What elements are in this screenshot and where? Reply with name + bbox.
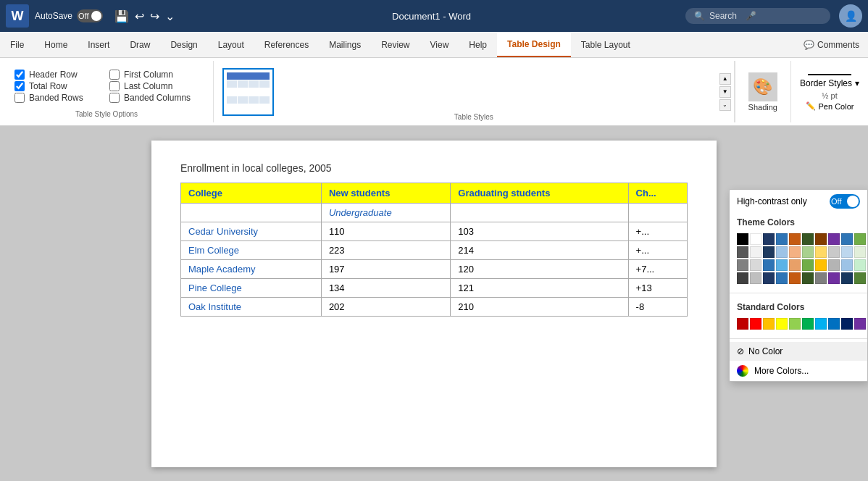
theme-color-swatch[interactable]	[815, 259, 827, 271]
theme-color-swatch[interactable]	[789, 272, 801, 284]
header-row-checkbox[interactable]	[14, 70, 25, 80]
document-page: Enrollment in local colleges, 2005 Colle…	[151, 141, 717, 467]
table-styles-gallery[interactable]: ▲ ▼ ⌄ Table Styles	[214, 61, 735, 122]
theme-color-swatch[interactable]	[763, 246, 775, 258]
theme-color-swatch[interactable]	[763, 259, 775, 271]
standard-color-swatch[interactable]	[841, 318, 853, 330]
shading-icon: 🎨	[748, 72, 777, 101]
tab-draw[interactable]: Draw	[120, 32, 160, 57]
border-styles-button[interactable]: Border Styles ▾	[797, 77, 862, 90]
tab-mailings[interactable]: Mailings	[319, 32, 371, 57]
tab-view[interactable]: View	[420, 32, 459, 57]
total-row-checkbox[interactable]	[14, 81, 25, 91]
theme-color-swatch[interactable]	[802, 259, 814, 271]
theme-color-swatch[interactable]	[789, 259, 801, 271]
theme-color-swatch[interactable]	[763, 233, 775, 245]
undo-icon[interactable]: ↩	[135, 9, 144, 23]
gallery-up-arrow[interactable]: ▲	[719, 73, 731, 85]
high-contrast-toggle[interactable]: Off	[830, 194, 860, 209]
first-column-label: First Column	[124, 70, 173, 80]
theme-color-swatch[interactable]	[815, 272, 827, 284]
gallery-down-arrow[interactable]: ▼	[719, 86, 731, 98]
standard-color-swatch[interactable]	[789, 318, 801, 330]
no-color-button[interactable]: ⊘ No Color	[730, 342, 867, 361]
theme-color-swatch[interactable]	[841, 233, 853, 245]
theme-color-swatch[interactable]	[828, 272, 840, 284]
more-icon[interactable]: ⌄	[165, 9, 175, 23]
first-column-checkbox[interactable]	[109, 70, 120, 80]
standard-color-swatch[interactable]	[776, 318, 788, 330]
theme-color-swatch[interactable]	[854, 233, 866, 245]
theme-color-swatch[interactable]	[828, 259, 840, 271]
border-styles-arrow: ▾	[855, 78, 859, 88]
tab-file[interactable]: File	[0, 32, 34, 57]
theme-color-swatch[interactable]	[802, 246, 814, 258]
table-cell: 120	[451, 260, 628, 279]
theme-color-swatch[interactable]	[750, 246, 761, 258]
standard-color-swatch[interactable]	[815, 318, 827, 330]
tab-layout[interactable]: Layout	[208, 32, 254, 57]
last-column-checkbox[interactable]	[109, 81, 120, 91]
banded-rows-checkbox[interactable]	[14, 93, 25, 103]
tab-design[interactable]: Design	[160, 32, 207, 57]
theme-color-swatch[interactable]	[776, 259, 788, 271]
banded-columns-checkbox[interactable]	[109, 93, 120, 103]
theme-color-swatch[interactable]	[789, 246, 801, 258]
theme-color-swatch[interactable]	[737, 246, 748, 258]
theme-color-swatch[interactable]	[841, 259, 853, 271]
standard-color-swatch[interactable]	[737, 318, 748, 330]
standard-color-swatch[interactable]	[763, 318, 775, 330]
tab-insert[interactable]: Insert	[78, 32, 120, 57]
table-cell	[181, 204, 322, 222]
theme-color-swatch[interactable]	[815, 246, 827, 258]
theme-color-swatch[interactable]	[815, 233, 827, 245]
tab-review[interactable]: Review	[371, 32, 420, 57]
tab-home[interactable]: Home	[34, 32, 78, 57]
gallery-more-arrow[interactable]: ⌄	[719, 99, 731, 111]
theme-color-swatch[interactable]	[750, 272, 761, 284]
document-title: Document1 - Word	[178, 11, 685, 22]
theme-color-swatch[interactable]	[763, 272, 775, 284]
theme-color-swatch[interactable]	[737, 259, 748, 271]
theme-color-swatch[interactable]	[828, 233, 840, 245]
tab-table-design[interactable]: Table Design	[497, 32, 571, 57]
standard-color-swatch[interactable]	[828, 318, 840, 330]
theme-color-swatch[interactable]	[802, 272, 814, 284]
avatar[interactable]: 👤	[839, 4, 862, 28]
theme-color-swatch[interactable]	[828, 246, 840, 258]
total-row-option: Total Row	[14, 81, 104, 91]
theme-color-swatch[interactable]	[789, 233, 801, 245]
theme-color-swatch[interactable]	[854, 259, 866, 271]
theme-color-swatch[interactable]	[841, 246, 853, 258]
more-colors-button[interactable]: More Colors...	[730, 361, 867, 381]
high-contrast-row: High-contrast only Off	[730, 190, 867, 212]
tab-table-layout[interactable]: Table Layout	[571, 32, 640, 57]
line-weight-label: ½ pt	[822, 91, 837, 100]
theme-color-swatch[interactable]	[841, 272, 853, 284]
color-circle-icon	[737, 365, 748, 377]
mic-icon[interactable]: 🎤	[746, 11, 756, 21]
theme-color-swatch[interactable]	[750, 259, 761, 271]
search-icon: 🔍	[694, 11, 705, 21]
tab-references[interactable]: References	[254, 32, 319, 57]
theme-color-swatch[interactable]	[737, 272, 748, 284]
shading-button[interactable]: 🎨 Shading	[743, 70, 783, 114]
standard-color-swatch[interactable]	[750, 318, 761, 330]
theme-color-swatch[interactable]	[737, 233, 748, 245]
theme-color-swatch[interactable]	[776, 246, 788, 258]
tab-help[interactable]: Help	[459, 32, 497, 57]
pen-color-button[interactable]: ✏️ Pen Color	[806, 101, 854, 111]
theme-color-swatch[interactable]	[776, 272, 788, 284]
redo-icon[interactable]: ↪	[150, 9, 159, 23]
theme-color-swatch[interactable]	[750, 233, 761, 245]
theme-color-swatch[interactable]	[776, 233, 788, 245]
autosave-toggle[interactable]: Off	[77, 9, 103, 22]
search-box[interactable]: 🔍 Search 🎤	[685, 8, 830, 24]
theme-color-swatch[interactable]	[854, 272, 866, 284]
standard-color-swatch[interactable]	[854, 318, 866, 330]
theme-color-swatch[interactable]	[854, 246, 866, 258]
save-icon[interactable]: 💾	[114, 9, 129, 23]
standard-color-swatch[interactable]	[802, 318, 814, 330]
comments-button[interactable]: 💬 Comments	[795, 37, 868, 53]
theme-color-swatch[interactable]	[802, 233, 814, 245]
